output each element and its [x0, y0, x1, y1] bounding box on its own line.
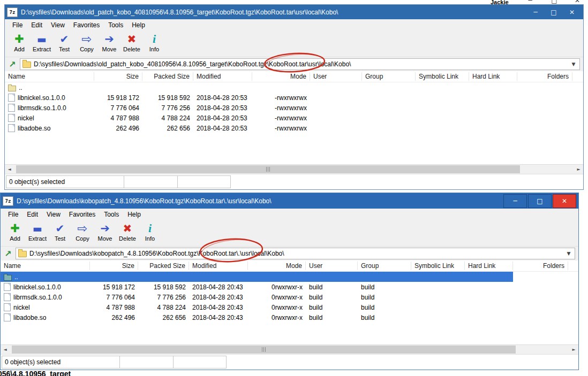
column-header-name[interactable]: Name	[5, 72, 94, 81]
window-title: D:\sysfiles\Downloads\kobopatch_4.8.1095…	[17, 197, 502, 205]
column-header-size[interactable]: Size	[94, 72, 142, 81]
menu-edit[interactable]: Edit	[22, 211, 42, 218]
menu-favorites[interactable]: Favorites	[65, 211, 100, 218]
column-header-hard-link[interactable]: Hard Link	[465, 262, 513, 270]
info-button[interactable]: Info	[143, 32, 165, 52]
titlebar[interactable]: 7z D:\sysfiles\Downloads\kobopatch_4.8.1…	[1, 193, 578, 209]
background-close-icon[interactable]: ✕	[569, 0, 585, 4]
file-row-parent-selected[interactable]: ..	[1, 272, 513, 282]
delete-button[interactable]: Delete	[120, 32, 143, 52]
scrollbar-track[interactable]	[14, 165, 574, 174]
file-mode: 0rwxrwxr-x	[248, 314, 306, 321]
move-button[interactable]: Move	[94, 221, 116, 242]
menu-help[interactable]: Help	[127, 21, 149, 29]
menu-edit[interactable]: Edit	[27, 21, 47, 29]
file-mode: -rwxrwxrwx	[252, 104, 310, 112]
column-header-folders[interactable]: Folders	[513, 262, 568, 270]
column-header-packed-size[interactable]: Packed Size	[142, 72, 193, 81]
info-button[interactable]: Info	[139, 221, 161, 242]
delete-button[interactable]: Delete	[116, 221, 139, 242]
column-header-group[interactable]: Group	[362, 72, 416, 81]
maximize-button[interactable]: □	[528, 194, 552, 208]
minimize-button[interactable]: ─	[503, 194, 527, 208]
address-dropdown-icon[interactable]	[565, 251, 572, 256]
column-header-symbolic-link[interactable]: Symbolic Link	[411, 262, 465, 270]
go-up-icon[interactable]	[4, 249, 12, 259]
menu-tools[interactable]: Tools	[104, 21, 127, 29]
scrollbar-grip	[269, 167, 270, 172]
address-dropdown-icon[interactable]	[570, 62, 577, 67]
menu-help[interactable]: Help	[123, 211, 145, 218]
desktop: Jackie ─ □ ✕ 7z D:\sysfiles\Downloads\ol…	[0, 0, 588, 376]
column-header-user[interactable]: User	[306, 262, 358, 270]
file-name-cell: ..	[5, 84, 94, 91]
test-icon	[60, 32, 69, 46]
maximize-button[interactable]: □	[545, 9, 563, 16]
scroll-left-icon[interactable]	[5, 165, 14, 174]
horizontal-scrollbar[interactable]	[1, 344, 578, 354]
scrollbar-thumb[interactable]	[16, 165, 520, 173]
address-bar[interactable]: D:\sysfiles\Downloads\kobopatch_4.8.1095…	[16, 248, 575, 259]
go-up-icon[interactable]	[8, 59, 17, 70]
column-header-symbolic-link[interactable]: Symbolic Link	[416, 72, 469, 81]
column-header-user[interactable]: User	[310, 72, 362, 81]
file-name: libadobe.so	[18, 125, 50, 132]
scroll-left-icon[interactable]	[1, 345, 10, 354]
copy-button[interactable]: Copy	[71, 221, 94, 242]
file-row[interactable]: libadobe.so 262 496 262 656 2018-04-28 2…	[5, 123, 583, 133]
background-minimize-icon[interactable]: ─	[522, 0, 538, 4]
scrollbar-track[interactable]	[10, 345, 569, 354]
column-header-modified[interactable]: Modified	[189, 262, 248, 270]
extract-button[interactable]: Extract	[31, 32, 53, 52]
column-header-group[interactable]: Group	[358, 262, 411, 270]
status-selected-count: 0 object(s) selected	[2, 356, 120, 369]
close-button[interactable]: ✕	[563, 9, 581, 16]
column-header-name[interactable]: Name	[1, 262, 90, 270]
file-row[interactable]: libnickel.so.1.0.0 15 918 172 15 918 592…	[5, 93, 583, 103]
horizontal-scrollbar[interactable]	[5, 164, 583, 174]
move-button[interactable]: Move	[98, 32, 120, 52]
file-row-parent[interactable]: ..	[5, 82, 583, 93]
column-header-folders[interactable]: Folders	[517, 72, 572, 81]
menu-file[interactable]: File	[8, 21, 27, 29]
menu-favorites[interactable]: Favorites	[69, 21, 104, 29]
test-button[interactable]: Test	[53, 32, 76, 52]
scroll-right-icon[interactable]	[574, 165, 583, 174]
column-header-mode[interactable]: Mode	[248, 262, 306, 270]
column-header-hard-link[interactable]: Hard Link	[469, 72, 517, 81]
column-header-row: Name Size Packed Size Modified Mode User…	[1, 260, 578, 272]
column-header-modified[interactable]: Modified	[193, 72, 252, 81]
scrollbar-thumb[interactable]	[12, 346, 516, 354]
file-row[interactable]: librmsdk.so.1.0.0 7 776 064 7 776 256 20…	[1, 292, 578, 302]
add-button[interactable]: Add	[8, 32, 31, 52]
copy-button[interactable]: Copy	[76, 32, 98, 52]
minimize-button[interactable]: ─	[526, 9, 545, 16]
menu-bar: File Edit View Favorites Tools Help	[5, 19, 583, 31]
scroll-right-icon[interactable]	[569, 345, 578, 354]
menu-view[interactable]: View	[47, 21, 69, 29]
window-title: D:\sysfiles\Downloads\old_patch_kobo_408…	[21, 9, 526, 16]
file-row[interactable]: nickel 4 787 988 4 788 224 2018-04-28 20…	[1, 302, 578, 312]
file-row[interactable]: librmsdk.so.1.0.0 7 776 064 7 776 256 20…	[5, 103, 583, 113]
titlebar[interactable]: 7z D:\sysfiles\Downloads\old_patch_kobo_…	[5, 5, 583, 19]
address-bar[interactable]: D:\sysfiles\Downloads\old_patch_kobo_408…	[20, 58, 580, 70]
column-header-mode[interactable]: Mode	[252, 72, 310, 81]
column-header-packed-size[interactable]: Packed Size	[138, 262, 189, 270]
column-header-size[interactable]: Size	[90, 262, 138, 270]
file-mode: -rwxrwxrwx	[252, 94, 310, 102]
test-button[interactable]: Test	[49, 221, 71, 242]
close-button[interactable]: ✕	[553, 194, 576, 208]
file-icon	[4, 293, 11, 301]
file-modified: 2018-04-28 20:43	[189, 294, 248, 301]
extract-button[interactable]: Extract	[26, 221, 49, 242]
file-modified: 2018-04-28 20:53	[193, 114, 252, 122]
7zip-window-top: 7z D:\sysfiles\Downloads\old_patch_kobo_…	[4, 4, 584, 190]
file-row[interactable]: libadobe.so 262 496 262 656 2018-04-28 2…	[1, 312, 578, 323]
menu-file[interactable]: File	[4, 211, 22, 218]
file-row[interactable]: libnickel.so.1.0.0 15 918 172 15 918 592…	[1, 282, 578, 292]
menu-view[interactable]: View	[42, 211, 65, 218]
background-maximize-icon[interactable]: □	[546, 0, 562, 4]
add-button[interactable]: Add	[4, 221, 26, 242]
file-row[interactable]: nickel 4 787 988 4 788 224 2018-04-28 20…	[5, 113, 583, 123]
menu-tools[interactable]: Tools	[100, 211, 123, 218]
